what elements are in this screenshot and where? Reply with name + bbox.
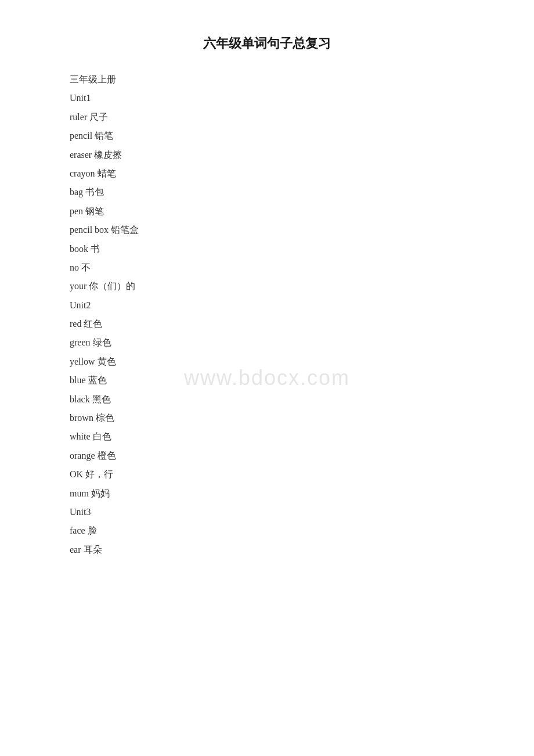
list-item: Unit1 <box>70 89 464 107</box>
list-item: book 书 <box>70 240 464 258</box>
list-item: white 白色 <box>70 428 464 445</box>
list-item: ear 耳朵 <box>70 541 464 559</box>
list-item: crayon 蜡笔 <box>70 165 464 182</box>
list-item: eraser 橡皮擦 <box>70 146 464 164</box>
list-item: face 脸 <box>70 522 464 539</box>
list-item: pencil box 铅笔盒 <box>70 221 464 239</box>
list-item: pen 钢笔 <box>70 203 464 220</box>
list-item: Unit2 <box>70 297 464 314</box>
list-item: 三年级上册 <box>70 71 464 88</box>
list-item: your 你（们）的 <box>70 278 464 295</box>
page-container: 六年级单词句子总复习 www.bdocx.com 三年级上册Unit1ruler… <box>0 0 534 756</box>
list-item: bag 书包 <box>70 183 464 201</box>
list-item: green 绿色 <box>70 334 464 351</box>
list-item: Unit3 <box>70 503 464 521</box>
list-item: no 不 <box>70 259 464 276</box>
list-item: ruler 尺子 <box>70 109 464 126</box>
list-item: red 红色 <box>70 315 464 333</box>
list-item: black 黑色 <box>70 391 464 408</box>
list-item: brown 棕色 <box>70 409 464 427</box>
list-item: pencil 铅笔 <box>70 127 464 145</box>
list-item: yellow 黄色 <box>70 353 464 370</box>
list-item: mum 妈妈 <box>70 485 464 502</box>
content-list: 三年级上册Unit1ruler 尺子pencil 铅笔eraser 橡皮擦cra… <box>70 71 464 559</box>
list-item: orange 橙色 <box>70 447 464 465</box>
list-item: OK 好，行 <box>70 466 464 483</box>
page-title: 六年级单词句子总复习 <box>70 35 464 52</box>
list-item: blue 蓝色 <box>70 372 464 389</box>
